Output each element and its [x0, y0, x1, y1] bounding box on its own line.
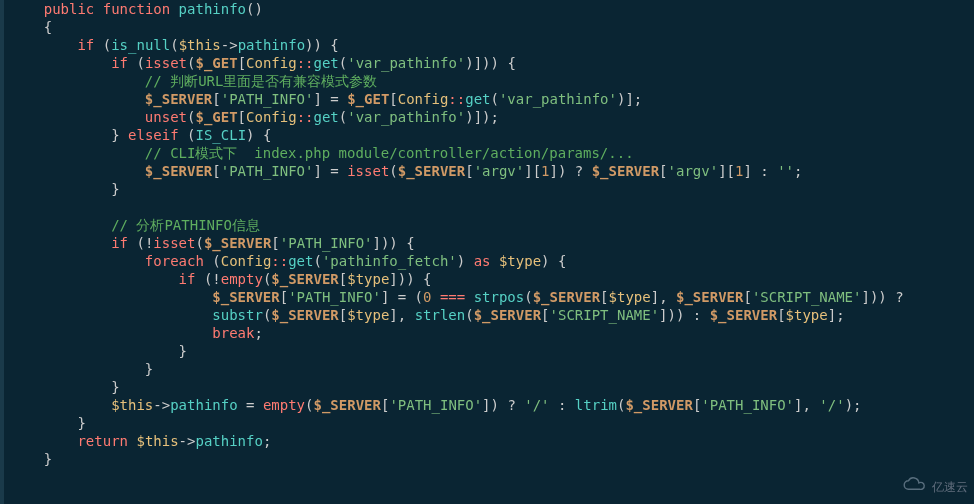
var-get: $_GET: [347, 91, 389, 107]
var-server: $_SERVER: [625, 397, 692, 413]
var-this: $this: [179, 37, 221, 53]
line-gutter: [0, 0, 4, 504]
var-type: $type: [347, 271, 389, 287]
str-pathinfo: 'PATH_INFO': [221, 163, 314, 179]
str-varpathinfo: 'var_pathinfo': [347, 55, 465, 71]
fn-name: pathinfo: [179, 1, 246, 17]
cls-config: Config: [246, 109, 297, 125]
str-empty: '': [777, 163, 794, 179]
str-scriptname: 'SCRIPT_NAME': [752, 289, 862, 305]
watermark: 亿速云: [900, 476, 968, 498]
cloud-icon: [900, 476, 928, 498]
cls-config: Config: [398, 91, 449, 107]
var-server: $_SERVER: [592, 163, 659, 179]
kw-isset: isset: [347, 163, 389, 179]
var-server: $_SERVER: [676, 289, 743, 305]
var-type: $type: [609, 289, 651, 305]
str-pathinfo: 'PATH_INFO': [701, 397, 794, 413]
mem-pathinfo: pathinfo: [195, 433, 262, 449]
mem-pathinfo: pathinfo: [170, 397, 237, 413]
kw-foreach: foreach: [145, 253, 204, 269]
var-server: $_SERVER: [533, 289, 600, 305]
str-varpathinfo: 'var_pathinfo': [499, 91, 617, 107]
var-type: $type: [786, 307, 828, 323]
var-server: $_SERVER: [271, 271, 338, 287]
var-server: $_SERVER: [145, 163, 212, 179]
fn-isnull: is_null: [111, 37, 170, 53]
var-server: $_SERVER: [271, 307, 338, 323]
kw-if: if: [77, 37, 94, 53]
str-pathinfo: 'PATH_INFO': [280, 235, 373, 251]
var-type: $type: [347, 307, 389, 323]
kw-if: if: [111, 235, 128, 251]
str-pathinfofetch: 'pathinfo_fetch': [322, 253, 457, 269]
kw-elseif: elseif: [128, 127, 179, 143]
str-argv: 'argv': [668, 163, 719, 179]
var-server: $_SERVER: [145, 91, 212, 107]
fn-get: get: [314, 55, 339, 71]
str-slash: '/': [524, 397, 549, 413]
str-pathinfo: 'PATH_INFO': [389, 397, 482, 413]
cls-config: Config: [246, 55, 297, 71]
var-this: $this: [136, 433, 178, 449]
kw-isset: isset: [145, 55, 187, 71]
kw-return: return: [77, 433, 128, 449]
fn-strlen: strlen: [415, 307, 466, 323]
kw-function: function: [103, 1, 170, 17]
const-iscli: IS_CLI: [195, 127, 246, 143]
kw-empty: empty: [263, 397, 305, 413]
var-get: $_GET: [195, 109, 237, 125]
var-server: $_SERVER: [398, 163, 465, 179]
fn-substr: substr: [212, 307, 263, 323]
str-pathinfo: 'PATH_INFO': [221, 91, 314, 107]
kw-break: break: [212, 325, 254, 341]
kw-unset: unset: [145, 109, 187, 125]
op-identical: ===: [440, 289, 465, 305]
fn-get: get: [465, 91, 490, 107]
var-type: $type: [499, 253, 541, 269]
var-server: $_SERVER: [212, 289, 279, 305]
var-server: $_SERVER: [710, 307, 777, 323]
comment-1: // 判断URL里面是否有兼容模式参数: [145, 73, 378, 89]
var-get: $_GET: [195, 55, 237, 71]
fn-strpos: strpos: [474, 289, 525, 305]
code-block: public function pathinfo() { if (is_null…: [0, 0, 974, 468]
var-server: $_SERVER: [314, 397, 381, 413]
comment-2: // CLI模式下 index.php module/controller/ac…: [145, 145, 634, 161]
num-1: 1: [541, 163, 549, 179]
cls-config: Config: [221, 253, 272, 269]
kw-if: if: [111, 55, 128, 71]
kw-isset: isset: [153, 235, 195, 251]
kw-public: public: [44, 1, 95, 17]
mem-pathinfo: pathinfo: [238, 37, 305, 53]
fn-ltrim: ltrim: [575, 397, 617, 413]
kw-if: if: [179, 271, 196, 287]
kw-as: as: [474, 253, 491, 269]
var-server: $_SERVER: [474, 307, 541, 323]
brace-open: {: [44, 19, 52, 35]
comment-3: // 分析PATHINFO信息: [111, 217, 260, 233]
var-server: $_SERVER: [204, 235, 271, 251]
fn-get: get: [313, 109, 338, 125]
str-varpathinfo: 'var_pathinfo': [347, 109, 465, 125]
watermark-text: 亿速云: [932, 478, 968, 496]
str-argv: 'argv': [474, 163, 525, 179]
str-scriptname: 'SCRIPT_NAME': [550, 307, 660, 323]
str-pathinfo: 'PATH_INFO': [288, 289, 381, 305]
var-this: $this: [111, 397, 153, 413]
fn-get: get: [288, 253, 313, 269]
kw-empty: empty: [221, 271, 263, 287]
str-slash: '/': [819, 397, 844, 413]
